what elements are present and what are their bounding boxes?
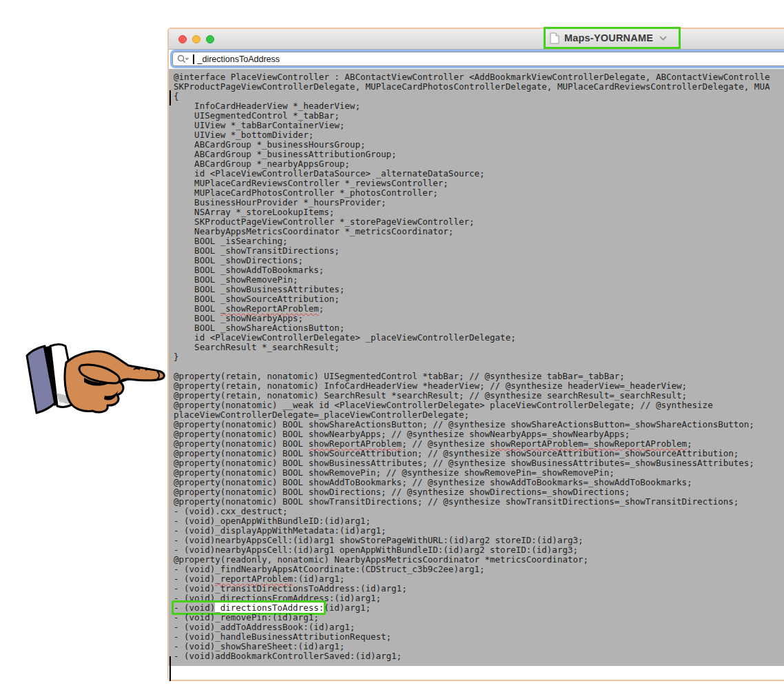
code-line: MUPlaceCardReviewsController *_reviewsCo… — [174, 179, 784, 188]
title-annotation-box: Maps-YOURNAME — [544, 27, 681, 49]
code-line: @property(nonatomic) BOOL showReportAPro… — [174, 439, 784, 449]
zoom-button[interactable] — [206, 35, 214, 43]
find-bar: _directionsToAddress — [169, 50, 784, 69]
code-line: @property(retain, nonatomic) InfoCardHea… — [174, 381, 784, 391]
search-query-text: _directionsToAddress — [198, 54, 280, 64]
window-title[interactable]: Maps-YOURNAME — [564, 32, 653, 43]
code-line: UISegmentedControl *_tabBar; — [174, 111, 784, 121]
code-line: UIView *_bottomDivider; — [174, 130, 784, 140]
code-line: @property(nonatomic) BOOL showTransitDir… — [174, 497, 784, 507]
code-line: - (void)_openAppWithBundleID:(id)arg1; — [174, 516, 784, 526]
misspelled-word: showReportAProblem — [309, 438, 402, 449]
code-line: - (void)nearbyAppsCell:(id)arg1 openAppW… — [174, 545, 784, 555]
code-line: placeViewControllerDelegate=_placeViewCo… — [174, 410, 784, 420]
misspelled-word: _showReportAProblem — [220, 303, 319, 314]
search-input[interactable]: _directionsToAddress — [172, 52, 784, 66]
code-line: - (void)nearbyAppsCell:(id)arg1 showStor… — [174, 536, 784, 545]
code-line: UIView *_tabBarContainerView; — [174, 121, 784, 130]
document-proxy-icon[interactable] — [550, 32, 559, 44]
code-area[interactable]: @interface PlaceViewController : ABConta… — [169, 69, 784, 666]
code-line: - (void)_handleBusinessAttributionReques… — [174, 632, 784, 642]
code-line: @property(nonatomic) BOOL showSourceAttr… — [174, 449, 784, 458]
code-line: BOOL _showNearbyApps; — [174, 314, 784, 323]
code-line — [174, 362, 784, 372]
code-line: NearbyAppsMetricsCoordinator *_metricsCo… — [174, 227, 784, 236]
misspelled-word: _reportAProblem — [215, 574, 293, 584]
code-line: MUPlaceCardPhotosController *_photosCont… — [174, 188, 784, 198]
code-line: BOOL _showDirections; — [174, 256, 784, 265]
code-line: - (void)_transitDirectionsToAddress:(id)… — [174, 584, 784, 594]
code-line: BOOL _showRemovePin; — [174, 275, 784, 285]
code-line: @property(nonatomic) __weak id <PlaceVie… — [174, 401, 784, 410]
code-line: SKProductPageViewController *_storePageV… — [174, 217, 784, 227]
code-line: BOOL _showBusinessAttributes; — [174, 285, 784, 294]
code-line: ABCardGroup *_businessHoursGroup; — [174, 140, 784, 150]
code-line: @interface PlaceViewController : ABConta… — [174, 72, 784, 82]
code-line: - (void).cxx_destruct; — [174, 507, 784, 516]
code-line: SearchResult *_searchResult; — [174, 343, 784, 352]
title-bar[interactable]: Maps-YOURNAME — [169, 29, 784, 50]
code-line: ABCardGroup *_nearbyAppsGroup; — [174, 159, 784, 169]
code-line: SKProductPageViewControllerDelegate, MUP… — [174, 82, 784, 92]
code-line: @property(readonly, nonatomic) NearbyApp… — [174, 555, 784, 565]
code-line: @property(nonatomic) BOOL showNearbyApps… — [174, 429, 784, 439]
code-line: @property(nonatomic) BOOL showShareActio… — [174, 420, 784, 429]
code-line: ABCardGroup *_businessAttributionGroup; — [174, 150, 784, 159]
code-line: InfoCardHeaderView *_headerView; — [174, 101, 784, 111]
code-line: BOOL _isSearching; — [174, 236, 784, 246]
code-line: - (void)_directionsToAddress:(id)arg1; — [174, 603, 784, 613]
code-line: } — [174, 352, 784, 362]
code-line: id <PlaceViewControllerDelegate> _placeV… — [174, 333, 784, 343]
search-icon[interactable] — [177, 54, 189, 63]
edge-caret-bottom — [169, 656, 171, 681]
code-line: BOOL _showSourceAttribution; — [174, 294, 784, 304]
pointing-hand-illustration — [23, 335, 169, 421]
text-caret — [193, 54, 194, 64]
code-line: - (void)_addToAddressBook:(id)arg1; — [174, 622, 784, 632]
code-line: @property(nonatomic) BOOL showBusinessAt… — [174, 458, 784, 468]
code-line: - (void)_directionsFromAddress:(id)arg1; — [174, 594, 784, 603]
code-line: BOOL _showAddToBookmarks; — [174, 265, 784, 275]
code-line: BOOL _showTransitDirections; — [174, 246, 784, 256]
window-controls — [178, 35, 214, 43]
code-line: - (void)_reportAProblem:(id)arg1; — [174, 574, 784, 584]
minimize-button[interactable] — [192, 35, 200, 43]
code-text: @interface PlaceViewController : ABConta… — [174, 72, 784, 661]
code-line: BOOL _showReportAProblem; — [174, 304, 784, 314]
code-line: @property(nonatomic) BOOL showRemovePin;… — [174, 468, 784, 478]
code-annotation-box: - (void)_directionsToAddress: — [174, 602, 324, 613]
misspelled-word: showReportAProblem=_showReportAProblem — [490, 438, 687, 449]
code-line: { — [174, 92, 784, 101]
code-line: @property(retain, nonatomic) UISegmented… — [174, 372, 784, 381]
edge-caret-top — [169, 90, 171, 105]
code-line: @property(nonatomic) BOOL showDirections… — [174, 487, 784, 497]
close-button[interactable] — [178, 35, 187, 43]
code-line: - (void)_showShareSheet:(id)arg1; — [174, 642, 784, 651]
code-line: @property(nonatomic) BOOL showAddToBookm… — [174, 478, 784, 487]
code-line: @property(retain, nonatomic) SearchResul… — [174, 391, 784, 401]
code-line: - (void)_findNearbyAppsAtCoordinate:(CDS… — [174, 565, 784, 574]
code-line: - (void)_removePin:(id)arg1; — [174, 613, 784, 622]
title-chevron-icon[interactable] — [659, 36, 667, 41]
code-line: - (void)_displayAppWithMetadata:(id)arg1… — [174, 526, 784, 536]
code-line: id <PlaceViewControllerDataSource> _alte… — [174, 169, 784, 179]
code-line: NSArray *_storeLookupItems; — [174, 207, 784, 217]
find-match-highlight: _directionsToAddress: — [215, 602, 324, 613]
code-line: BusinessHourProvider *_hoursProvider; — [174, 198, 784, 207]
code-line: BOOL _showShareActionsButton; — [174, 323, 784, 333]
code-line: - (void)addBookmarkControllerSaved:(id)a… — [174, 651, 784, 661]
app-window: Maps-YOURNAME _directionsToAddress @inte… — [167, 28, 784, 681]
